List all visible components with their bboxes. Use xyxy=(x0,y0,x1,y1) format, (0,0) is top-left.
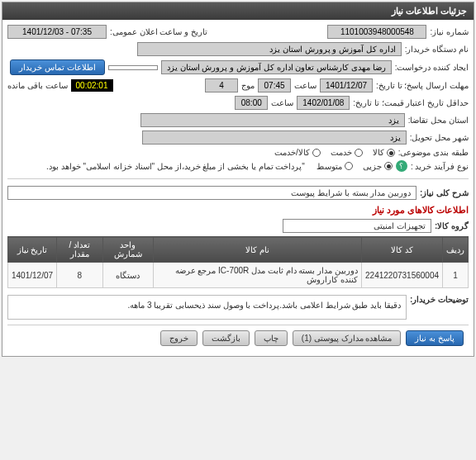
value-deadline-time: 07:45 xyxy=(258,78,291,92)
value-city: یزد xyxy=(142,130,407,145)
value-summary: دوربین مدار بسته با شرایط پیوست xyxy=(7,186,416,200)
label-province: استان محل تقاضا: xyxy=(408,116,469,125)
row-request-no: شماره نیاز: 1101003948000548 تاریخ و ساع… xyxy=(7,25,469,39)
row-process: نوع فرآیند خرید : ؟ جزیی متوسط "پرداخت ت… xyxy=(7,160,469,172)
back-button[interactable]: بازگشت xyxy=(202,330,250,346)
label-announce: تاریخ و ساعت اعلان عمومی: xyxy=(110,27,207,36)
radio-group-process: جزیی متوسط xyxy=(317,162,393,171)
label-ext: موج xyxy=(241,81,255,90)
row-city: شهر محل تحویل: یزد xyxy=(7,130,469,145)
radio-service[interactable]: خدمت xyxy=(331,148,363,157)
label-city: شهر محل تحویل: xyxy=(410,133,469,142)
attachments-button[interactable]: مشاهده مدارک پیوستی (1) xyxy=(293,330,402,346)
row-creator: ایجاد کننده درخواست: رضا مهدی کارشناس تع… xyxy=(7,59,469,75)
row-buyer: نام دستگاه خریدار: اداره کل آموزش و پرور… xyxy=(7,42,469,56)
exit-button[interactable]: خروج xyxy=(160,330,198,346)
row-deadline: مهلت ارسال پاسخ؛ تا تاریخ: 1401/12/07 سا… xyxy=(7,78,469,92)
col-code: کد کالا xyxy=(362,237,443,263)
toolbar: پاسخ به نیاز مشاهده مدارک پیوستی (1) چاپ… xyxy=(7,325,469,351)
label-process: نوع فرآیند خرید : xyxy=(411,162,469,171)
table-header-row: ردیف کد کالا نام کالا واحد شمارش تعداد /… xyxy=(8,237,469,263)
value-province: یزد xyxy=(140,113,405,127)
row-subject: طبقه بندی موضوعی: کالا خدمت کالا/خدمت xyxy=(7,148,469,157)
row-notes: توضیحات خریدار: دقیقا باید طبق شرایط اعل… xyxy=(7,295,469,320)
process-note: "پرداخت تمام یا بخشی از مبلغ خرید،از محل… xyxy=(46,162,305,171)
radio-dot-icon xyxy=(345,162,353,170)
cell-unit: دستگاه xyxy=(102,263,153,288)
reply-button[interactable]: پاسخ به نیاز xyxy=(406,330,464,346)
value-group: تجهیزات امنیتی xyxy=(283,219,431,233)
cell-code: 2241220731560004 xyxy=(362,263,443,288)
value-ext: 4 xyxy=(205,78,238,92)
radio-small[interactable]: جزیی xyxy=(363,162,393,171)
col-idx: ردیف xyxy=(443,237,469,263)
label-buyer: نام دستگاه خریدار: xyxy=(405,45,469,54)
col-date: تاریخ نیاز xyxy=(8,237,57,263)
radio-both[interactable]: کالا/خدمت xyxy=(274,148,321,157)
radio-dot-icon xyxy=(384,162,393,170)
cell-qty: 8 xyxy=(57,263,102,288)
label-deadline: مهلت ارسال پاسخ؛ تا تاریخ: xyxy=(376,81,469,90)
label-remaining: ساعت باقی مانده xyxy=(7,81,68,90)
contact-input[interactable] xyxy=(108,65,158,70)
value-buyer: اداره کل آموزش و پرورش استان یزد xyxy=(137,42,402,56)
label-valid: حداقل تاریخ اعتبار قیمت؛ تا تاریخ: xyxy=(353,98,469,107)
label-summary: شرح کلی نیاز: xyxy=(420,188,469,197)
label-subject: طبقه بندی موضوعی: xyxy=(398,148,469,157)
value-deadline-date: 1401/12/07 xyxy=(320,78,373,92)
table-row[interactable]: 1 2241220731560004 دوربین مدار بسته دام … xyxy=(8,263,469,288)
value-request-no: 1101003948000548 xyxy=(327,25,426,39)
main-panel: جزئیات اطلاعات نیاز شماره نیاز: 11010039… xyxy=(2,2,474,357)
cell-name: دوربین مدار بسته دام ثابت مدل IC-700R مر… xyxy=(153,263,361,288)
radio-mid[interactable]: متوسط xyxy=(317,162,353,171)
panel-title: جزئیات اطلاعات نیاز xyxy=(392,6,467,16)
label-group: گروه کالا: xyxy=(435,221,469,230)
radio-goods[interactable]: کالا xyxy=(373,148,395,157)
print-button[interactable]: چاپ xyxy=(255,330,288,346)
value-announce: 1401/12/03 - 07:35 xyxy=(7,25,107,39)
value-notes: دقیقا باید طبق شرایط اعلامی باشد.پرداخت … xyxy=(7,295,407,320)
value-valid-date: 1402/01/08 xyxy=(297,96,350,110)
value-valid-time: 08:00 xyxy=(235,96,268,110)
label-time-2: ساعت xyxy=(271,98,293,107)
row-province: استان محل تقاضا: یزد xyxy=(7,113,469,127)
label-time-1: ساعت xyxy=(294,81,317,90)
col-name: نام کالا xyxy=(153,237,361,263)
panel-header: جزئیات اطلاعات نیاز xyxy=(2,2,474,20)
panel-body: شماره نیاز: 1101003948000548 تاریخ و ساع… xyxy=(2,20,474,356)
row-valid: حداقل تاریخ اعتبار قیمت؛ تا تاریخ: 1402/… xyxy=(7,96,469,110)
value-creator: رضا مهدی کارشناس تعاون اداره کل آموزش و … xyxy=(161,60,392,74)
items-header: اطلاعات کالاهای مورد نیاز xyxy=(7,205,469,216)
help-icon[interactable]: ؟ xyxy=(396,160,407,172)
label-creator: ایجاد کننده درخواست: xyxy=(395,63,469,72)
cell-date: 1401/12/07 xyxy=(8,263,57,288)
items-table: ردیف کد کالا نام کالا واحد شمارش تعداد /… xyxy=(7,236,469,288)
radio-dot-icon xyxy=(387,149,395,157)
row-group: گروه کالا: تجهیزات امنیتی xyxy=(7,219,469,233)
radio-group-subject: کالا خدمت کالا/خدمت xyxy=(274,148,395,157)
cell-idx: 1 xyxy=(443,263,469,288)
radio-dot-icon xyxy=(355,149,363,157)
col-qty: تعداد / مقدار xyxy=(57,237,102,263)
radio-dot-icon xyxy=(312,149,321,157)
value-remaining: 00:02:01 xyxy=(71,79,113,92)
contact-button[interactable]: اطلاعات تماس خریدار xyxy=(10,59,105,75)
label-notes: توضیحات خریدار: xyxy=(410,295,469,304)
row-summary-title: شرح کلی نیاز: دوربین مدار بسته با شرایط … xyxy=(7,186,469,200)
label-request-no: شماره نیاز: xyxy=(430,27,469,36)
col-unit: واحد شمارش xyxy=(102,237,153,263)
